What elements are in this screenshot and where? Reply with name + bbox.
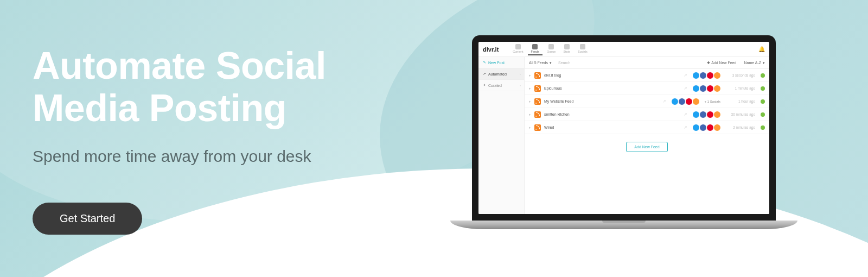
feed-name: dlvr.it blog <box>544 73 588 77</box>
pencil-icon: ✎ <box>483 60 486 65</box>
rss-icon <box>534 124 541 131</box>
caret-right-icon: ▸ <box>529 86 531 91</box>
feed-name: smitten kitchen <box>544 112 588 116</box>
share-icon[interactable]: ↗ <box>684 86 687 91</box>
sidebar-item-automated[interactable]: ↗ Automated › <box>478 68 524 80</box>
feed-timestamp: 3 seconds ago <box>724 73 755 77</box>
share-icon[interactable]: ↗ <box>684 112 687 117</box>
status-ok-icon <box>761 99 765 104</box>
social-icon <box>707 124 713 131</box>
social-icon <box>714 72 720 79</box>
nav-stats[interactable]: Stats <box>560 43 573 55</box>
content-icon <box>515 44 521 49</box>
add-feed-container: Add New Feed <box>525 134 769 160</box>
social-icon <box>714 111 720 118</box>
socials-icon <box>580 44 585 49</box>
feed-timestamp: 1 hour ago <box>724 99 755 103</box>
social-extra-count: + 1 Socials <box>704 100 720 103</box>
social-avatars <box>693 111 720 118</box>
share-icon[interactable]: ↗ <box>684 125 687 130</box>
social-icon <box>686 98 692 105</box>
chevron-right-icon: › <box>520 72 521 75</box>
rss-icon <box>534 72 541 79</box>
status-ok-icon <box>761 73 765 78</box>
hero-banner: Automate Social Media Posting Spend more… <box>0 0 868 277</box>
get-started-button[interactable]: Get Started <box>33 203 142 235</box>
sidebar-item-label: Automated <box>488 72 507 76</box>
social-icon <box>700 85 706 92</box>
feed-list: ▸dlvr.it blog↗3 seconds ago▸Epicurious↗1… <box>525 69 769 134</box>
social-icon <box>693 72 699 79</box>
nav-label: Queue <box>547 50 556 53</box>
social-avatars <box>693 72 720 79</box>
rss-icon <box>534 111 541 118</box>
chevron-right-icon: › <box>520 84 521 87</box>
new-post-button[interactable]: ✎ New Post <box>478 57 524 68</box>
caret-right-icon: ▸ <box>529 125 531 130</box>
headline-line: Media Posting <box>33 87 286 129</box>
social-avatars <box>693 124 720 131</box>
nav-queue[interactable]: Queue <box>544 43 559 55</box>
app-header: dlvr.it Content Feeds Queue Stats Social… <box>478 42 769 57</box>
feed-row[interactable]: ▸My Website Feed↗+ 1 Socials1 hour ago <box>525 95 769 108</box>
app-body: ✎ New Post ↗ Automated › ✦ Curated › <box>478 57 769 214</box>
feed-filter-dropdown[interactable]: All 5 Feeds ▾ <box>529 61 552 65</box>
feed-timestamp: 30 minutes ago <box>724 112 755 116</box>
feed-row[interactable]: ▸dlvr.it blog↗3 seconds ago <box>525 69 769 82</box>
social-icon <box>672 98 678 105</box>
feed-name: Epicurious <box>544 86 588 90</box>
caret-right-icon: ▸ <box>529 99 531 104</box>
social-icon <box>693 85 699 92</box>
feed-row[interactable]: ▸smitten kitchen↗30 minutes ago <box>525 108 769 121</box>
notification-bell-icon[interactable]: 🔔 <box>758 46 765 52</box>
add-new-feed-link[interactable]: ✚ Add New Feed <box>707 61 736 65</box>
social-icon <box>693 124 699 131</box>
caret-right-icon: ▸ <box>529 112 531 117</box>
share-icon[interactable]: ↗ <box>662 99 666 104</box>
nav-label: Stats <box>563 50 570 53</box>
status-ok-icon <box>761 125 765 130</box>
laptop-base <box>450 221 797 229</box>
hero-subhead: Spend more time away from your desk <box>33 147 326 166</box>
queue-icon <box>548 44 554 49</box>
app-sidebar: ✎ New Post ↗ Automated › ✦ Curated › <box>478 57 525 214</box>
app-nav: Content Feeds Queue Stats Socials <box>509 43 758 55</box>
social-icon <box>693 98 699 105</box>
app-main: All 5 Feeds ▾ Search ✚ Add New Feed Name… <box>525 57 769 214</box>
add-new-feed-button[interactable]: Add New Feed <box>626 142 667 152</box>
wand-icon: ✦ <box>483 83 486 87</box>
search-input[interactable]: Search <box>555 61 704 65</box>
filter-label: All 5 Feeds <box>529 61 548 65</box>
social-avatars <box>693 85 720 92</box>
feeds-toolbar: All 5 Feeds ▾ Search ✚ Add New Feed Name… <box>525 57 769 69</box>
social-avatars <box>672 98 699 105</box>
nav-feeds[interactable]: Feeds <box>528 43 542 55</box>
feed-row[interactable]: ▸Epicurious↗1 minute ago <box>525 82 769 95</box>
social-icon <box>707 85 713 92</box>
sidebar-item-curated[interactable]: ✦ Curated › <box>478 80 524 91</box>
nav-content[interactable]: Content <box>509 43 526 55</box>
nav-label: Socials <box>578 50 588 53</box>
nav-socials[interactable]: Socials <box>575 43 591 55</box>
social-icon <box>714 85 720 92</box>
social-icon <box>714 124 720 131</box>
stats-icon <box>564 44 570 49</box>
headline-line: Automate Social <box>33 45 326 87</box>
status-ok-icon <box>761 86 765 91</box>
app-logo: dlvr.it <box>483 46 499 53</box>
feeds-icon <box>532 44 538 49</box>
feed-name: My Website Feed <box>544 99 588 103</box>
share-icon[interactable]: ↗ <box>684 73 687 78</box>
plus-icon: ✚ <box>707 61 710 65</box>
feed-row[interactable]: ▸Wired↗2 minutes ago <box>525 121 769 134</box>
social-icon <box>700 111 706 118</box>
new-post-label: New Post <box>488 61 505 65</box>
add-feed-label: Add New Feed <box>711 61 736 65</box>
nav-label: Content <box>513 50 523 53</box>
sort-dropdown[interactable]: Name A-Z ▾ <box>744 61 765 65</box>
sidebar-item-label: Curated <box>488 84 502 87</box>
laptop-frame: dlvr.it Content Feeds Queue Stats Social… <box>472 35 776 221</box>
hero-headline: Automate Social Media Posting <box>33 45 326 130</box>
share-icon: ↗ <box>483 72 486 76</box>
status-ok-icon <box>761 112 765 117</box>
